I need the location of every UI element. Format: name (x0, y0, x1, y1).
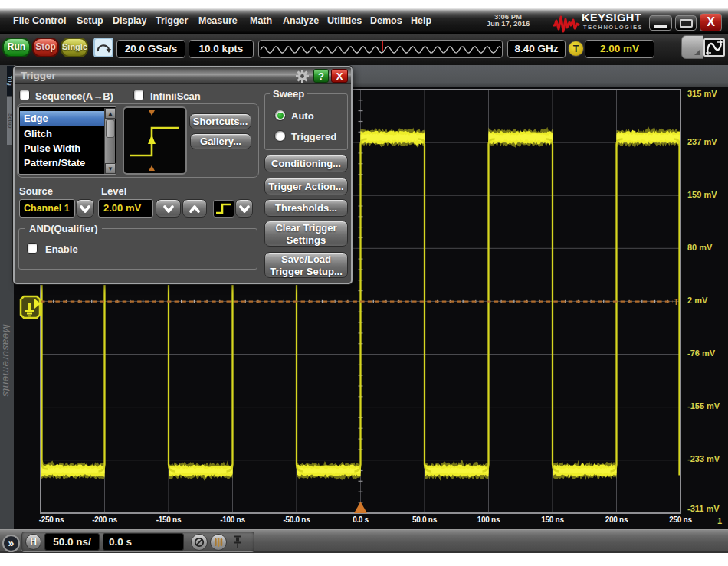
svg-text:T: T (674, 297, 679, 306)
